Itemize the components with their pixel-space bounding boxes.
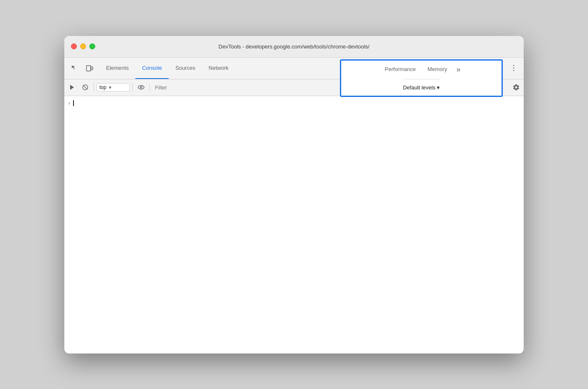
- svg-point-9: [140, 86, 142, 88]
- svg-point-8: [138, 86, 144, 89]
- maximize-button[interactable]: [89, 43, 95, 49]
- tab-console[interactable]: Console: [135, 58, 169, 79]
- console-content: ›: [64, 96, 524, 353]
- device-toggle-button[interactable]: [83, 61, 96, 75]
- console-cursor: [73, 100, 74, 106]
- devtools-right-icons: [504, 58, 524, 79]
- inspect-button[interactable]: [68, 61, 81, 75]
- devtools-window: DevTools - developers.google.com/web/too…: [64, 36, 524, 353]
- prompt-chevron-icon: ›: [68, 101, 71, 107]
- toolbar-divider-2: [132, 83, 133, 92]
- tab-performance[interactable]: Performance: [379, 61, 421, 79]
- toolbar-divider-1: [94, 83, 94, 92]
- clear-console-button[interactable]: [79, 81, 91, 93]
- tab-network[interactable]: Network: [202, 58, 236, 79]
- more-options-button[interactable]: [507, 61, 520, 75]
- devtools-tab-bar: Elements Console Sources Network Perform…: [64, 58, 524, 79]
- devtools-left-icons: [64, 58, 99, 79]
- more-tabs-button[interactable]: »: [453, 61, 464, 79]
- run-script-button[interactable]: [66, 81, 78, 93]
- context-selector[interactable]: top ▼: [96, 83, 130, 92]
- svg-line-7: [84, 86, 87, 89]
- tab-elements[interactable]: Elements: [99, 58, 135, 79]
- watch-expressions-button[interactable]: [135, 81, 147, 93]
- traffic-lights: [71, 43, 95, 49]
- svg-point-3: [513, 68, 514, 69]
- minimize-button[interactable]: [80, 43, 86, 49]
- tab-sources[interactable]: Sources: [169, 58, 202, 79]
- close-button[interactable]: [71, 43, 77, 49]
- settings-button[interactable]: [510, 81, 522, 93]
- default-levels-button[interactable]: Default levels ▾: [403, 79, 440, 96]
- tab-memory[interactable]: Memory: [422, 61, 453, 79]
- title-bar: DevTools - developers.google.com/web/too…: [64, 36, 524, 58]
- svg-rect-0: [86, 66, 91, 71]
- svg-rect-1: [91, 67, 93, 70]
- svg-marker-5: [70, 85, 74, 90]
- toolbar-divider-3: [150, 83, 150, 92]
- highlight-tabs-area: Performance Memory »: [379, 61, 464, 79]
- console-prompt-line[interactable]: ›: [64, 99, 524, 107]
- svg-point-4: [513, 70, 514, 71]
- window-title: DevTools - developers.google.com/web/too…: [218, 43, 369, 50]
- svg-point-2: [513, 65, 514, 66]
- highlight-box: Performance Memory » Default levels ▾: [340, 59, 503, 97]
